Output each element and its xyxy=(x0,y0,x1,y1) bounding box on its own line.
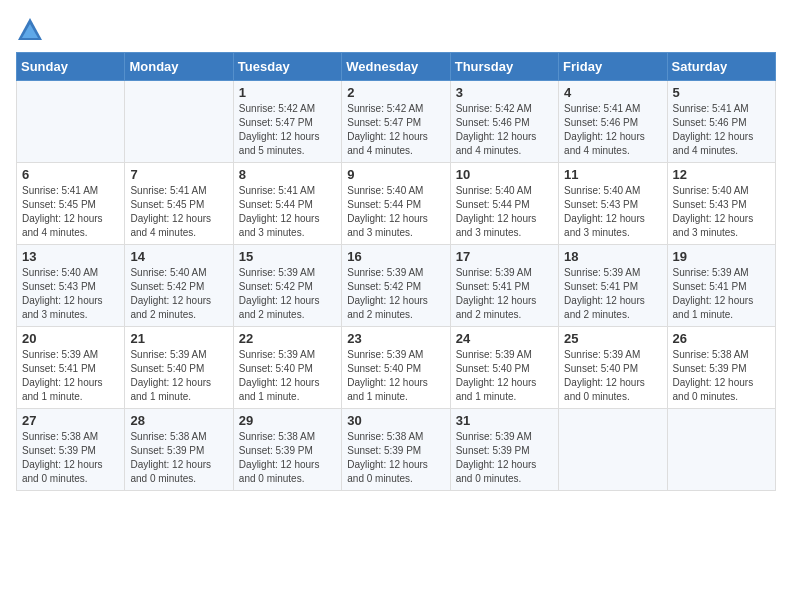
day-info: Sunrise: 5:39 AMSunset: 5:40 PMDaylight:… xyxy=(564,348,661,404)
calendar-cell: 10Sunrise: 5:40 AMSunset: 5:44 PMDayligh… xyxy=(450,163,558,245)
calendar-cell: 9Sunrise: 5:40 AMSunset: 5:44 PMDaylight… xyxy=(342,163,450,245)
day-number: 10 xyxy=(456,167,553,182)
calendar-cell: 8Sunrise: 5:41 AMSunset: 5:44 PMDaylight… xyxy=(233,163,341,245)
day-number: 7 xyxy=(130,167,227,182)
day-info: Sunrise: 5:39 AMSunset: 5:42 PMDaylight:… xyxy=(239,266,336,322)
day-number: 27 xyxy=(22,413,119,428)
day-info: Sunrise: 5:39 AMSunset: 5:39 PMDaylight:… xyxy=(456,430,553,486)
weekday-header-monday: Monday xyxy=(125,53,233,81)
day-number: 21 xyxy=(130,331,227,346)
calendar-cell xyxy=(559,409,667,491)
day-number: 30 xyxy=(347,413,444,428)
calendar-cell: 1Sunrise: 5:42 AMSunset: 5:47 PMDaylight… xyxy=(233,81,341,163)
day-number: 26 xyxy=(673,331,770,346)
day-number: 11 xyxy=(564,167,661,182)
calendar-cell: 5Sunrise: 5:41 AMSunset: 5:46 PMDaylight… xyxy=(667,81,775,163)
weekday-header-friday: Friday xyxy=(559,53,667,81)
day-number: 13 xyxy=(22,249,119,264)
day-info: Sunrise: 5:40 AMSunset: 5:43 PMDaylight:… xyxy=(22,266,119,322)
calendar-cell: 26Sunrise: 5:38 AMSunset: 5:39 PMDayligh… xyxy=(667,327,775,409)
calendar-cell: 15Sunrise: 5:39 AMSunset: 5:42 PMDayligh… xyxy=(233,245,341,327)
day-number: 31 xyxy=(456,413,553,428)
day-number: 8 xyxy=(239,167,336,182)
day-number: 5 xyxy=(673,85,770,100)
day-number: 22 xyxy=(239,331,336,346)
weekday-header-thursday: Thursday xyxy=(450,53,558,81)
day-number: 9 xyxy=(347,167,444,182)
day-number: 18 xyxy=(564,249,661,264)
page-header xyxy=(16,16,776,44)
calendar-cell: 13Sunrise: 5:40 AMSunset: 5:43 PMDayligh… xyxy=(17,245,125,327)
calendar-cell: 27Sunrise: 5:38 AMSunset: 5:39 PMDayligh… xyxy=(17,409,125,491)
day-info: Sunrise: 5:41 AMSunset: 5:45 PMDaylight:… xyxy=(22,184,119,240)
calendar-cell xyxy=(125,81,233,163)
day-info: Sunrise: 5:40 AMSunset: 5:44 PMDaylight:… xyxy=(456,184,553,240)
day-info: Sunrise: 5:38 AMSunset: 5:39 PMDaylight:… xyxy=(130,430,227,486)
day-info: Sunrise: 5:38 AMSunset: 5:39 PMDaylight:… xyxy=(22,430,119,486)
calendar-cell: 30Sunrise: 5:38 AMSunset: 5:39 PMDayligh… xyxy=(342,409,450,491)
day-info: Sunrise: 5:39 AMSunset: 5:40 PMDaylight:… xyxy=(130,348,227,404)
day-info: Sunrise: 5:40 AMSunset: 5:43 PMDaylight:… xyxy=(564,184,661,240)
calendar-week-2: 6Sunrise: 5:41 AMSunset: 5:45 PMDaylight… xyxy=(17,163,776,245)
day-number: 24 xyxy=(456,331,553,346)
calendar-cell: 6Sunrise: 5:41 AMSunset: 5:45 PMDaylight… xyxy=(17,163,125,245)
calendar-week-3: 13Sunrise: 5:40 AMSunset: 5:43 PMDayligh… xyxy=(17,245,776,327)
logo-icon xyxy=(16,16,44,44)
day-info: Sunrise: 5:42 AMSunset: 5:46 PMDaylight:… xyxy=(456,102,553,158)
calendar-cell: 28Sunrise: 5:38 AMSunset: 5:39 PMDayligh… xyxy=(125,409,233,491)
day-info: Sunrise: 5:41 AMSunset: 5:46 PMDaylight:… xyxy=(673,102,770,158)
day-info: Sunrise: 5:39 AMSunset: 5:40 PMDaylight:… xyxy=(456,348,553,404)
day-info: Sunrise: 5:39 AMSunset: 5:40 PMDaylight:… xyxy=(347,348,444,404)
day-number: 4 xyxy=(564,85,661,100)
calendar-cell: 19Sunrise: 5:39 AMSunset: 5:41 PMDayligh… xyxy=(667,245,775,327)
day-info: Sunrise: 5:41 AMSunset: 5:44 PMDaylight:… xyxy=(239,184,336,240)
weekday-header-row: SundayMondayTuesdayWednesdayThursdayFrid… xyxy=(17,53,776,81)
day-info: Sunrise: 5:39 AMSunset: 5:42 PMDaylight:… xyxy=(347,266,444,322)
day-info: Sunrise: 5:42 AMSunset: 5:47 PMDaylight:… xyxy=(239,102,336,158)
day-info: Sunrise: 5:38 AMSunset: 5:39 PMDaylight:… xyxy=(673,348,770,404)
day-number: 25 xyxy=(564,331,661,346)
day-info: Sunrise: 5:38 AMSunset: 5:39 PMDaylight:… xyxy=(239,430,336,486)
calendar-cell: 7Sunrise: 5:41 AMSunset: 5:45 PMDaylight… xyxy=(125,163,233,245)
day-number: 14 xyxy=(130,249,227,264)
day-info: Sunrise: 5:42 AMSunset: 5:47 PMDaylight:… xyxy=(347,102,444,158)
day-info: Sunrise: 5:39 AMSunset: 5:41 PMDaylight:… xyxy=(456,266,553,322)
day-number: 23 xyxy=(347,331,444,346)
day-info: Sunrise: 5:39 AMSunset: 5:41 PMDaylight:… xyxy=(673,266,770,322)
weekday-header-tuesday: Tuesday xyxy=(233,53,341,81)
weekday-header-sunday: Sunday xyxy=(17,53,125,81)
weekday-header-wednesday: Wednesday xyxy=(342,53,450,81)
day-number: 6 xyxy=(22,167,119,182)
day-info: Sunrise: 5:40 AMSunset: 5:44 PMDaylight:… xyxy=(347,184,444,240)
day-number: 3 xyxy=(456,85,553,100)
day-info: Sunrise: 5:41 AMSunset: 5:45 PMDaylight:… xyxy=(130,184,227,240)
day-number: 19 xyxy=(673,249,770,264)
day-number: 12 xyxy=(673,167,770,182)
day-info: Sunrise: 5:39 AMSunset: 5:40 PMDaylight:… xyxy=(239,348,336,404)
calendar-week-5: 27Sunrise: 5:38 AMSunset: 5:39 PMDayligh… xyxy=(17,409,776,491)
calendar-cell: 14Sunrise: 5:40 AMSunset: 5:42 PMDayligh… xyxy=(125,245,233,327)
calendar-cell: 4Sunrise: 5:41 AMSunset: 5:46 PMDaylight… xyxy=(559,81,667,163)
day-info: Sunrise: 5:38 AMSunset: 5:39 PMDaylight:… xyxy=(347,430,444,486)
calendar-cell xyxy=(17,81,125,163)
calendar-cell: 16Sunrise: 5:39 AMSunset: 5:42 PMDayligh… xyxy=(342,245,450,327)
day-info: Sunrise: 5:40 AMSunset: 5:43 PMDaylight:… xyxy=(673,184,770,240)
calendar-table: SundayMondayTuesdayWednesdayThursdayFrid… xyxy=(16,52,776,491)
calendar-cell: 12Sunrise: 5:40 AMSunset: 5:43 PMDayligh… xyxy=(667,163,775,245)
calendar-cell: 23Sunrise: 5:39 AMSunset: 5:40 PMDayligh… xyxy=(342,327,450,409)
calendar-week-1: 1Sunrise: 5:42 AMSunset: 5:47 PMDaylight… xyxy=(17,81,776,163)
day-info: Sunrise: 5:39 AMSunset: 5:41 PMDaylight:… xyxy=(22,348,119,404)
calendar-cell: 21Sunrise: 5:39 AMSunset: 5:40 PMDayligh… xyxy=(125,327,233,409)
day-info: Sunrise: 5:40 AMSunset: 5:42 PMDaylight:… xyxy=(130,266,227,322)
day-number: 1 xyxy=(239,85,336,100)
day-number: 28 xyxy=(130,413,227,428)
calendar-cell xyxy=(667,409,775,491)
calendar-cell: 20Sunrise: 5:39 AMSunset: 5:41 PMDayligh… xyxy=(17,327,125,409)
calendar-cell: 31Sunrise: 5:39 AMSunset: 5:39 PMDayligh… xyxy=(450,409,558,491)
calendar-cell: 22Sunrise: 5:39 AMSunset: 5:40 PMDayligh… xyxy=(233,327,341,409)
calendar-cell: 29Sunrise: 5:38 AMSunset: 5:39 PMDayligh… xyxy=(233,409,341,491)
day-number: 20 xyxy=(22,331,119,346)
day-number: 2 xyxy=(347,85,444,100)
logo xyxy=(16,16,46,44)
calendar-cell: 2Sunrise: 5:42 AMSunset: 5:47 PMDaylight… xyxy=(342,81,450,163)
